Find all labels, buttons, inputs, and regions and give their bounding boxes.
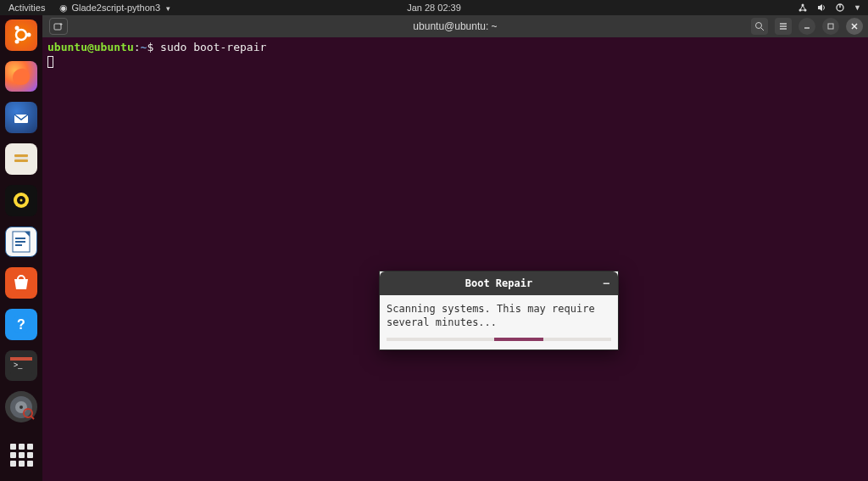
- minimize-button[interactable]: [798, 18, 815, 35]
- terminal-body[interactable]: ubuntu@ubuntu:~$ sudo boot-repair Boot R…: [42, 37, 868, 481]
- svg-text:?: ?: [17, 317, 25, 332]
- status-area[interactable]: ▼: [798, 3, 861, 13]
- svg-rect-19: [15, 241, 25, 243]
- dialog-title: Boot Repair: [465, 277, 532, 290]
- clock[interactable]: Jan 28 02:39: [407, 3, 461, 13]
- close-button[interactable]: [846, 18, 863, 35]
- svg-rect-12: [14, 157, 28, 159]
- firefox-icon[interactable]: [5, 61, 37, 92]
- search-button[interactable]: [751, 18, 768, 35]
- app-menu-icon: ◉: [58, 3, 69, 13]
- svg-point-8: [15, 40, 19, 44]
- svg-point-16: [20, 199, 23, 202]
- network-icon[interactable]: [798, 3, 808, 13]
- dialog-minimize-button[interactable]: —: [604, 277, 609, 290]
- activities-button[interactable]: Activities: [8, 3, 45, 13]
- dialog-message: Scanning systems. This may require sever…: [387, 302, 611, 329]
- app-menu-label: Glade2script-python3: [71, 3, 160, 13]
- terminal-icon[interactable]: >_: [5, 350, 37, 382]
- thunderbird-icon[interactable]: [5, 102, 37, 133]
- svg-rect-25: [10, 357, 32, 361]
- maximize-button[interactable]: [822, 18, 839, 35]
- prompt-user: ubuntu: [47, 41, 87, 53]
- svg-point-32: [756, 23, 762, 29]
- launcher-dock: ? >_: [0, 15, 42, 481]
- svg-rect-11: [14, 154, 28, 157]
- ubuntu-software-icon[interactable]: [5, 267, 37, 299]
- command-text: sudo boot-repair: [160, 41, 266, 53]
- svg-point-7: [15, 26, 19, 31]
- files-icon[interactable]: [5, 143, 37, 175]
- terminal-headerbar: ubuntu@ubuntu: ~: [42, 15, 868, 37]
- svg-rect-18: [15, 238, 25, 239]
- terminal-title: ubuntu@ubuntu: ~: [413, 20, 497, 32]
- progress-bar: [387, 338, 611, 341]
- svg-point-5: [16, 30, 26, 40]
- help-icon[interactable]: ?: [5, 309, 37, 340]
- app-menu[interactable]: ◉ Glade2script-python3: [58, 3, 170, 14]
- terminal-window: ubuntu@ubuntu: ~ ubuntu@ubuntu:~$ sudo b…: [42, 15, 868, 481]
- power-icon[interactable]: [835, 3, 845, 13]
- gnome-top-bar: Activities ◉ Glade2script-python3 Jan 28…: [0, 0, 868, 15]
- show-applications-icon[interactable]: [8, 443, 34, 467]
- svg-line-33: [761, 28, 764, 31]
- svg-point-6: [27, 33, 31, 37]
- hamburger-menu-button[interactable]: [775, 18, 792, 35]
- svg-rect-31: [54, 24, 61, 30]
- svg-rect-38: [828, 24, 833, 29]
- dialog-body: Scanning systems. This may require sever…: [380, 295, 618, 350]
- boot-repair-icon[interactable]: [5, 391, 37, 422]
- prompt-host: ubuntu: [94, 41, 134, 53]
- rhythmbox-icon[interactable]: [5, 185, 37, 216]
- chevron-down-icon[interactable]: ▼: [854, 3, 861, 12]
- dialog-titlebar[interactable]: Boot Repair —: [380, 271, 618, 295]
- volume-icon[interactable]: [816, 3, 826, 13]
- progress-indicator: [494, 338, 543, 341]
- prompt-line: ubuntu@ubuntu:~$ sudo boot-repair: [47, 41, 863, 54]
- svg-point-28: [19, 405, 23, 409]
- libreoffice-writer-icon[interactable]: [5, 227, 37, 258]
- svg-rect-20: [15, 244, 22, 246]
- new-tab-button[interactable]: [49, 18, 68, 35]
- svg-line-30: [31, 416, 34, 419]
- svg-rect-13: [14, 159, 28, 162]
- svg-text:>_: >_: [14, 361, 23, 369]
- terminal-cursor: [47, 56, 53, 68]
- dash-icon[interactable]: [5, 20, 37, 51]
- boot-repair-dialog: Boot Repair — Scanning systems. This may…: [379, 271, 619, 350]
